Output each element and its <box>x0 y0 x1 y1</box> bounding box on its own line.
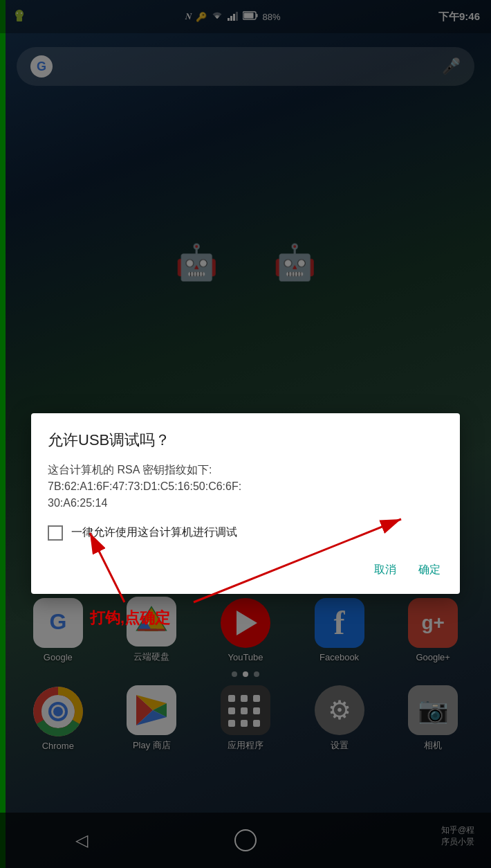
always-allow-label: 一律允许使用这台计算机进行调试 <box>71 525 237 540</box>
cancel-button[interactable]: 取消 <box>371 557 399 583</box>
always-allow-checkbox[interactable] <box>48 525 63 541</box>
dialog-body: 这台计算机的 RSA 密钥指纹如下: 7B:62:A1:6F:47:73:D1:… <box>48 462 443 512</box>
dialog-overlay: 允许USB调试吗？ 这台计算机的 RSA 密钥指纹如下: 7B:62:A1:6F… <box>0 0 491 868</box>
dialog-title: 允许USB调试吗？ <box>48 430 443 451</box>
dialog-checkbox-row: 一律允许使用这台计算机进行调试 <box>48 525 443 541</box>
usb-debug-dialog: 允许USB调试吗？ 这台计算机的 RSA 密钥指纹如下: 7B:62:A1:6F… <box>31 413 460 594</box>
confirm-button[interactable]: 确定 <box>416 557 443 583</box>
dialog-buttons: 取消 确定 <box>48 557 443 583</box>
